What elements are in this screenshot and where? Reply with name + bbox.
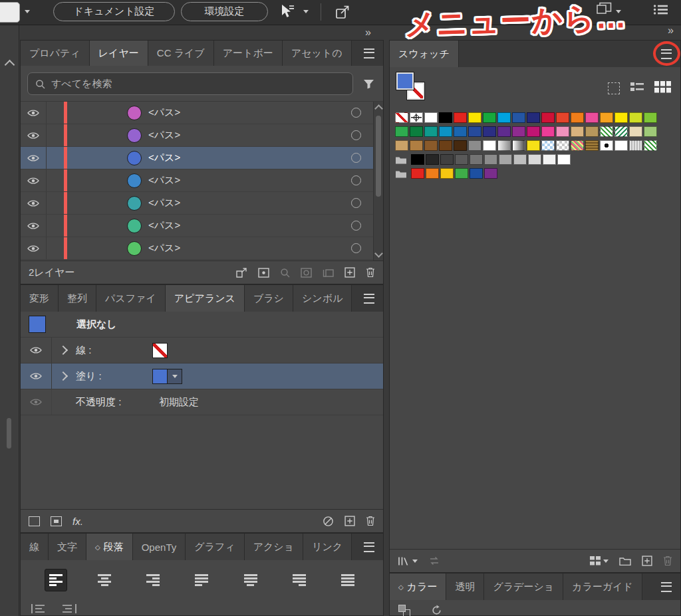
align-left-button[interactable] [45,569,67,591]
stroke-none-swatch[interactable] [152,343,168,358]
swatch[interactable] [454,140,467,151]
tab-brushes[interactable]: ブラシ [245,285,293,312]
appearance-header-row[interactable]: 選択なし [21,312,383,338]
chevron-down-icon[interactable] [25,10,30,13]
tab-artboards[interactable]: アートボー [214,41,283,66]
scroll-up-icon[interactable] [374,104,383,113]
layer-row[interactable]: <パス> [21,102,373,124]
swatch[interactable] [614,126,628,137]
delete-icon[interactable] [366,267,375,278]
swatch[interactable] [483,126,496,137]
visibility-eye-icon[interactable] [21,169,47,191]
swatch[interactable] [439,112,452,123]
swatch[interactable] [600,126,613,137]
justify-last-left-button[interactable] [190,569,213,591]
visibility-eye-icon[interactable] [21,389,52,415]
color-group-folder-icon[interactable] [395,155,408,164]
swatch-libraries-icon[interactable] [398,556,418,566]
swatch[interactable] [410,112,423,123]
swatch[interactable] [614,140,628,151]
panel-menu-button[interactable] [355,285,383,312]
tab-color-guide[interactable]: カラーガイド [563,573,642,600]
swatch[interactable] [644,140,657,151]
tab-appearance[interactable]: アピアランス [166,285,245,312]
swatch[interactable] [512,126,525,137]
opacity-row[interactable]: 不透明度 : 初期設定 [21,389,383,415]
swatch[interactable] [410,126,423,137]
search-input[interactable]: すべてを検索 [27,72,353,95]
swatch[interactable] [527,112,540,123]
layer-row[interactable]: <パス> [21,124,373,147]
tab-color[interactable]: ◇カラー [390,573,446,600]
layer-label[interactable]: <パス> [148,219,351,232]
chevron-down-icon[interactable] [303,10,309,13]
swatch[interactable] [512,140,525,151]
swatch[interactable] [585,140,599,151]
panel-gripper[interactable] [7,418,11,449]
clear-appearance-icon[interactable] [323,516,334,527]
swatch[interactable] [541,140,555,151]
fill-color-swatch[interactable] [152,369,168,384]
collapse-panels-chevron[interactable]: » [668,25,674,37]
tab-character[interactable]: 文字 [49,534,86,560]
swatch[interactable] [571,140,584,151]
swatch[interactable] [395,112,408,123]
new-fill-icon[interactable] [51,516,62,526]
tab-stroke[interactable]: 線 [21,534,49,560]
document-settings-button[interactable]: ドキュメント設定 [53,2,175,21]
swatch[interactable] [455,168,468,179]
swatch[interactable] [468,140,481,151]
target-circle-icon[interactable] [351,153,361,163]
left-indent-icon[interactable] [31,603,46,615]
swatch[interactable] [426,154,439,165]
panel-menu-button[interactable] [355,41,383,66]
align-center-button[interactable] [93,569,116,591]
swatch[interactable] [513,154,527,165]
visibility-eye-icon[interactable] [21,124,47,146]
swatch[interactable] [629,126,642,137]
scrollbar-thumb[interactable] [376,116,381,197]
layer-label[interactable]: <パス> [148,106,351,119]
chevron-up-icon[interactable] [5,60,15,70]
layer-row[interactable]: <パス> [21,169,373,192]
justify-last-center-button[interactable] [239,569,262,591]
swatch-themes-icon[interactable] [428,556,440,565]
swatch[interactable] [600,112,613,123]
swatch[interactable] [484,168,497,179]
target-circle-icon[interactable] [351,221,361,231]
target-circle-icon[interactable] [351,130,361,140]
swatch[interactable] [439,140,452,151]
visibility-eye-icon[interactable] [21,237,47,259]
tab-pathfinder[interactable]: パスファイ [96,285,166,312]
swatch[interactable] [499,154,512,165]
swatch[interactable] [600,140,613,151]
swatch[interactable] [468,126,481,137]
justify-all-button[interactable] [337,569,359,591]
swatch[interactable] [411,168,424,179]
tab-transparency[interactable]: 透明 [446,573,484,600]
swatch[interactable] [629,112,642,123]
scrollbar[interactable] [373,102,383,260]
swatch[interactable] [556,140,569,151]
swatch[interactable] [454,112,467,123]
expand-chevron-icon[interactable] [59,371,68,381]
right-indent-icon[interactable] [62,603,76,615]
swatch[interactable] [556,126,569,137]
swatch[interactable] [585,126,599,137]
swatch[interactable] [512,112,525,123]
list-view-icon[interactable] [630,82,644,95]
layer-row[interactable]: <パス> [21,215,373,237]
visibility-eye-icon[interactable] [21,338,52,363]
layer-label[interactable]: <パス> [148,152,351,164]
color-group-folder-icon[interactable] [395,169,408,178]
layer-label[interactable]: <パス> [148,129,351,142]
visibility-eye-icon[interactable] [21,192,47,214]
locate-object-icon[interactable] [258,268,269,278]
opacity-value[interactable]: 初期設定 [159,396,199,409]
swatch[interactable] [527,140,540,151]
new-layer-icon[interactable] [344,267,355,278]
search-icon[interactable] [280,268,290,278]
new-color-group-icon[interactable] [619,557,631,565]
swatch[interactable] [497,112,511,123]
tab-asset-export[interactable]: アセットの [283,41,352,66]
